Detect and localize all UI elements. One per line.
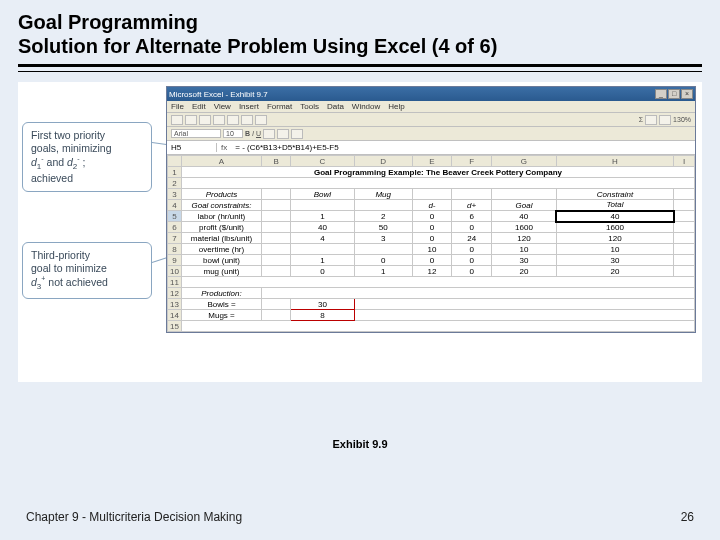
bold-icon[interactable]: B [245,130,250,137]
excel-toolbar-2: Arial 10 B I U [167,127,695,141]
table-row[interactable]: 8overtime (hr)1001010 [168,244,695,255]
chart-icon[interactable] [659,115,671,125]
open-icon[interactable] [185,115,197,125]
table-row[interactable]: 1Goal Programming Example: The Beaver Cr… [168,167,695,178]
sort-asc-icon[interactable] [645,115,657,125]
menu-edit[interactable]: Edit [192,102,206,111]
fx-icon[interactable]: fx [217,143,231,152]
table-row[interactable]: 10mug (unit)011202020 [168,266,695,277]
zoom-level[interactable]: 130% [673,116,691,123]
italic-icon[interactable]: I [252,130,254,137]
font-select[interactable]: Arial [171,129,221,138]
excel-toolbar-1: Σ 130% [167,113,695,127]
formula-input[interactable]: = - (C6*B13+D5*B14)+E5-F5 [231,143,695,152]
minimize-icon[interactable]: _ [655,89,667,99]
menu-file[interactable]: File [171,102,184,111]
table-row[interactable]: 7material (lbs/unit)43024120120 [168,233,695,244]
column-header-row: A B C D E F G H I [168,156,695,167]
table-row[interactable]: 3ProductsBowlMugConstraint [168,189,695,200]
align-left-icon[interactable] [263,129,275,139]
menu-tools[interactable]: Tools [300,102,319,111]
table-row[interactable]: 5labor (hr/unit)12064040 [168,211,695,222]
new-icon[interactable] [171,115,183,125]
table-row[interactable]: 4Goal constraints:d-d+GoalTotal [168,200,695,211]
excel-window-title: Microsoft Excel - Exhibit 9.7 [169,90,268,99]
excel-titlebar: Microsoft Excel - Exhibit 9.7 _ □ × [167,87,695,101]
font-size-select[interactable]: 10 [223,129,243,138]
underline-icon[interactable]: U [256,130,261,137]
title-line-1: Goal Programming [18,11,198,33]
table-row[interactable]: 2 [168,178,695,189]
title-rule-thin [18,71,702,72]
table-row[interactable]: 9bowl (unit)10003030 [168,255,695,266]
menu-insert[interactable]: Insert [239,102,259,111]
menu-help[interactable]: Help [388,102,404,111]
title-rule-heavy [18,64,702,67]
table-row[interactable]: 14Mugs =8 [168,310,695,321]
table-row[interactable]: 6profit ($/unit)40500016001600 [168,222,695,233]
formula-bar: H5 fx = - (C6*B13+D5*B14)+E5-F5 [167,141,695,155]
menu-view[interactable]: View [214,102,231,111]
slide-title: Goal Programming Solution for Alternate … [18,10,702,58]
menu-window[interactable]: Window [352,102,380,111]
maximize-icon[interactable]: □ [668,89,680,99]
excel-window: Microsoft Excel - Exhibit 9.7 _ □ × File… [166,86,696,333]
table-row[interactable]: 12Production: [168,288,695,299]
selected-cell: 40 [556,211,674,222]
excel-menubar: File Edit View Insert Format Tools Data … [167,101,695,113]
footer-page-number: 26 [681,510,694,524]
spreadsheet-grid[interactable]: A B C D E F G H I 1Goal Programming Exam… [167,155,695,332]
paste-icon[interactable] [255,115,267,125]
table-row[interactable]: 15 [168,321,695,332]
content-area: First two priority goals, minimizing d1-… [18,82,702,382]
name-box[interactable]: H5 [167,143,217,152]
print-icon[interactable] [213,115,225,125]
footer-chapter: Chapter 9 - Multicriteria Decision Makin… [26,510,242,524]
table-row[interactable]: 11 [168,277,695,288]
cut-icon[interactable] [227,115,239,125]
table-row[interactable]: 13Bowls =30 [168,299,695,310]
menu-data[interactable]: Data [327,102,344,111]
align-center-icon[interactable] [277,129,289,139]
callout-first-two-priority: First two priority goals, minimizing d1-… [22,122,152,192]
exhibit-label: Exhibit 9.9 [18,438,702,450]
title-line-2: Solution for Alternate Problem Using Exc… [18,35,497,57]
callout-third-priority: Third-priority goal to minimize d3+ not … [22,242,152,299]
menu-format[interactable]: Format [267,102,292,111]
save-icon[interactable] [199,115,211,125]
align-right-icon[interactable] [291,129,303,139]
copy-icon[interactable] [241,115,253,125]
close-icon[interactable]: × [681,89,693,99]
slide-footer: Chapter 9 - Multicriteria Decision Makin… [0,510,720,524]
